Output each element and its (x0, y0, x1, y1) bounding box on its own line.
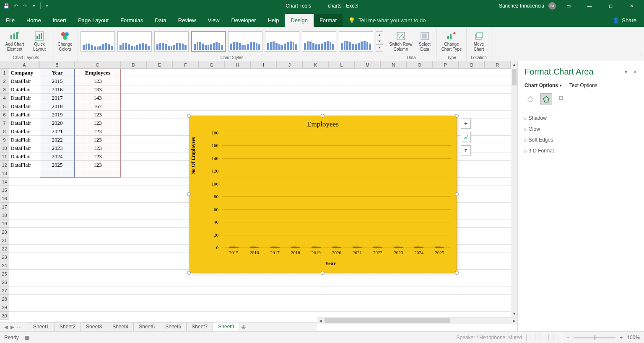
col-header-J[interactable]: J (277, 61, 303, 68)
effects-icon[interactable] (540, 93, 552, 105)
row-header-1[interactable]: 1 (0, 69, 9, 77)
chart-style-4[interactable] (191, 31, 226, 52)
row-header-17[interactable]: 17 (0, 203, 9, 211)
ribbon-display-icon[interactable]: ▭ (560, 0, 577, 12)
sheet-tab-sheet7[interactable]: Sheet7 (186, 322, 213, 332)
col-header-D[interactable]: D (121, 61, 147, 68)
quick-layout-button[interactable]: Quick Layout (29, 31, 49, 52)
menu-data[interactable]: Data (149, 14, 172, 27)
col-header-E[interactable]: E (147, 61, 173, 68)
chart-style-2[interactable] (117, 31, 152, 52)
row-header-27[interactable]: 27 (0, 286, 9, 295)
cell[interactable]: 2022 (40, 136, 75, 144)
scroll-thumb[interactable] (325, 318, 450, 323)
cell[interactable]: 123 (75, 77, 121, 85)
cell[interactable]: DataFlair (9, 94, 40, 102)
menu-format[interactable]: Format (314, 14, 343, 27)
change-colors-button[interactable]: Change Colors (55, 31, 75, 52)
chart-style-8[interactable] (339, 31, 373, 52)
size-properties-icon[interactable] (556, 93, 568, 105)
redo-icon[interactable]: ↷ (22, 3, 28, 9)
bar-2023[interactable] (394, 247, 403, 248)
cell[interactable]: 143 (75, 94, 121, 102)
zoom-level[interactable]: 100% (627, 335, 640, 340)
bar-2017[interactable] (270, 247, 280, 248)
horizontal-scrollbar[interactable]: ◀ ▶ (317, 317, 517, 324)
col-header-K[interactable]: K (303, 61, 329, 68)
chart-styles-button[interactable] (461, 132, 471, 142)
chart-options-tab[interactable]: Chart Options▾ (525, 83, 562, 88)
sheet-tab-sheet6[interactable]: Sheet6 (160, 322, 187, 332)
menu-developer[interactable]: Developer (225, 14, 262, 27)
menu-design[interactable]: Design (285, 14, 313, 27)
menu-review[interactable]: Review (172, 14, 202, 27)
macro-record-icon[interactable]: ▦ (25, 335, 29, 340)
normal-view-icon[interactable] (526, 334, 535, 341)
undo-icon[interactable]: ↶ (13, 3, 18, 9)
style-gallery-nav[interactable]: ▾ (376, 45, 383, 51)
cell[interactable]: 123 (75, 152, 121, 161)
row-header-4[interactable]: 4 (0, 94, 9, 102)
new-sheet-button[interactable]: ⊕ (239, 324, 248, 330)
col-header-G[interactable]: G (199, 61, 225, 68)
zoom-out-icon[interactable]: − (566, 335, 569, 340)
row-header-11[interactable]: 11 (0, 152, 9, 161)
col-header-I[interactable]: I (251, 61, 277, 68)
save-icon[interactable]: 💾 (3, 3, 9, 9)
chart-filters-button[interactable] (461, 145, 471, 155)
sheet-tab-sheet4[interactable]: Sheet4 (107, 322, 134, 332)
resize-handle[interactable] (187, 114, 191, 118)
row-header-20[interactable]: 20 (0, 228, 9, 236)
cell[interactable]: DataFlair (9, 85, 40, 94)
collapse-ribbon-icon[interactable]: ˇ (639, 54, 641, 59)
tab-nav-more-icon[interactable]: ⋯ (17, 324, 22, 330)
select-data-button[interactable]: Select Data (415, 31, 434, 52)
col-header-A[interactable]: A (9, 61, 40, 68)
scroll-down-icon[interactable]: ▼ (511, 310, 517, 317)
customize-qat-icon[interactable]: ▾ (44, 3, 50, 9)
qat-dropdown-icon[interactable]: ▼ (31, 3, 37, 9)
row-header-28[interactable]: 28 (0, 295, 9, 303)
row-header-13[interactable]: 13 (0, 169, 9, 178)
avatar[interactable]: SI (548, 2, 556, 10)
sheet-tab-sheet1[interactable]: Sheet1 (28, 322, 55, 332)
switch-row-column-button[interactable]: Switch Row/ Column (389, 31, 413, 52)
resize-handle[interactable] (321, 114, 325, 118)
row-header-22[interactable]: 22 (0, 245, 9, 253)
cell[interactable]: 2015 (40, 77, 75, 85)
cell[interactable]: 133 (75, 85, 121, 94)
sheet-tab-sheet2[interactable]: Sheet2 (54, 322, 81, 332)
menu-insert[interactable]: Insert (47, 14, 73, 27)
resize-handle[interactable] (455, 271, 459, 275)
vertical-scrollbar[interactable]: ▲ ▼ (511, 61, 517, 317)
style-gallery-nav[interactable]: ▲ (376, 32, 383, 38)
cell[interactable]: 2019 (40, 111, 75, 119)
cell[interactable]: 123 (75, 127, 121, 136)
col-header-L[interactable]: L (329, 61, 355, 68)
cell[interactable]: 2016 (40, 85, 75, 94)
add-chart-element-button[interactable]: + Add Chart Element (3, 31, 27, 52)
user-name[interactable]: Sanchez Innocencia (499, 3, 544, 9)
chart-style-3[interactable] (154, 31, 189, 52)
cell[interactable]: 123 (75, 111, 121, 119)
row-header-9[interactable]: 9 (0, 136, 9, 144)
row-header-10[interactable]: 10 (0, 144, 9, 152)
row-header-18[interactable]: 18 (0, 211, 9, 219)
cell[interactable]: DataFlair (9, 152, 40, 161)
cell[interactable]: Employees (75, 69, 121, 77)
cell[interactable]: DataFlair (9, 77, 40, 85)
cell[interactable]: 2018 (40, 102, 75, 111)
fp-section-glow[interactable]: Glow (525, 124, 637, 134)
cell[interactable]: 167 (75, 102, 121, 111)
bar-2022[interactable] (373, 247, 382, 248)
menu-home[interactable]: Home (21, 14, 47, 27)
select-all-corner[interactable] (0, 61, 9, 68)
resize-handle[interactable] (321, 271, 325, 275)
row-header-6[interactable]: 6 (0, 111, 9, 119)
bar-2021[interactable] (353, 247, 362, 248)
row-header-2[interactable]: 2 (0, 77, 9, 85)
row-header-21[interactable]: 21 (0, 236, 9, 245)
menu-view[interactable]: View (202, 14, 225, 27)
sheet-tab-sheet3[interactable]: Sheet3 (80, 322, 107, 332)
chart-elements-button[interactable]: + (461, 119, 471, 129)
